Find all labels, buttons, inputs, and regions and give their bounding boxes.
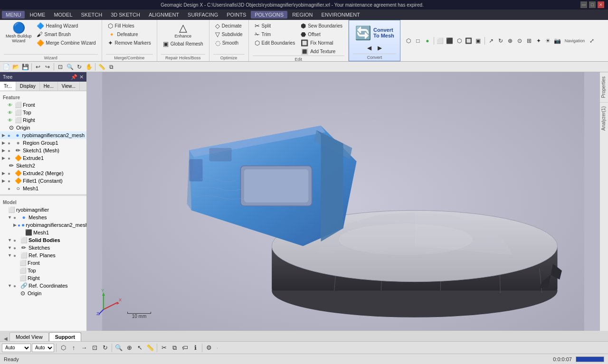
panel-pin-btn[interactable]: 📌 — [71, 74, 77, 80]
new-btn[interactable]: 📄 — [2, 63, 10, 71]
right-panel-tab-analyzer[interactable]: Analyzer(1) — [600, 102, 608, 134]
healing-wizard-btn[interactable]: 🔷 Healing Wizard — [35, 22, 98, 30]
tree-item-ref-coords[interactable]: ▼ ● 🔗 Ref. Coordinates — [0, 282, 86, 289]
view-top-btn[interactable]: ⊡ — [90, 343, 99, 353]
tree-item-region-group[interactable]: ▶ ● ● Region Group1 — [0, 139, 86, 147]
menu-item-environment[interactable]: ENVIRONMENT — [318, 11, 364, 19]
smooth-btn[interactable]: ◌ Smooth — [213, 39, 245, 47]
menu-item-menu[interactable]: MENU — [2, 11, 25, 19]
tree-item-scan-mesh[interactable]: ▶ ● ● ryobimagnifierscan2_mesh — [0, 131, 86, 139]
view-side-btn[interactable]: → — [79, 343, 89, 353]
tree-item-right-feature[interactable]: 👁 ⬜ Right — [0, 116, 86, 124]
nav4-btn[interactable]: ⊙ — [515, 37, 524, 45]
box-select-btn[interactable]: □ — [414, 37, 422, 45]
viewport[interactable]: X Y Z 10 mm — [87, 72, 599, 331]
split-btn[interactable]: ✂Split — [253, 22, 297, 30]
defeature-btn[interactable]: 🔸 Defeature — [106, 30, 153, 38]
offset-btn[interactable]: ⬣Offset — [299, 30, 344, 38]
circle-btn[interactable]: ● — [423, 37, 432, 45]
bt-info-btn[interactable]: ℹ — [190, 343, 200, 353]
tree-item-sketch1[interactable]: ▶ ● ✏ Sketch1 (Mesh) — [0, 147, 86, 154]
add-texture-btn[interactable]: 🔳Add Texture — [299, 47, 344, 56]
tree-item-meshes[interactable]: ▼ ● ● Meshes — [0, 214, 86, 221]
smart-brush-btn[interactable]: 🖌 Smart Brush — [35, 30, 98, 38]
view-iso-btn[interactable]: ⬡ — [58, 343, 68, 353]
tree-item-mesh1-sub[interactable]: ⬛ Mesh1 — [0, 229, 86, 236]
menu-item-polygons[interactable]: POLYGONS — [251, 11, 287, 19]
trim-btn[interactable]: ✁Trim — [253, 30, 297, 38]
enhance-btn[interactable]: △ Enhance — [161, 22, 205, 39]
merge-combine-btn[interactable]: 🔶 Merge Combine Wizard — [35, 39, 98, 47]
nav6-btn[interactable]: ✦ — [534, 37, 543, 45]
tree-item-origin-feature[interactable]: ⊙ Origin — [0, 124, 86, 131]
redo-btn[interactable]: ↪ — [43, 63, 52, 71]
bt-section-btn[interactable]: ⧉ — [170, 343, 179, 353]
tree-item-sketch2[interactable]: ✏ Sketch2 — [0, 162, 86, 169]
menu-item-surfacing[interactable]: SURFACING — [184, 11, 222, 19]
zoom-in-btn[interactable]: 🔍 — [66, 63, 74, 71]
menu-item-3dsketch[interactable]: 3D SKETCH — [107, 11, 144, 19]
mesh-buildup-wizard-btn[interactable]: 🔵 Mesh BuildupWizard — [4, 22, 34, 47]
tree-item-sketches[interactable]: ▼ ● ✏ Sketches — [0, 244, 86, 252]
global-remesh-btn[interactable]: ▣ Global Remesh — [161, 40, 205, 48]
save-btn[interactable]: 💾 — [21, 63, 29, 71]
bt-label-btn[interactable]: 🏷 — [180, 343, 190, 353]
fix-normal-btn[interactable]: 🔲Fix Normal — [299, 39, 344, 47]
nav5-btn[interactable]: ⊞ — [525, 37, 533, 45]
tree-item-extrude1[interactable]: ▶ ● 🔶 Extrude1 — [0, 154, 86, 162]
open-btn[interactable]: 📂 — [11, 63, 20, 71]
close-btn[interactable]: ✕ — [598, 1, 604, 8]
fill-holes-btn[interactable]: ⬡ Fill Holes — [106, 22, 153, 30]
tree-item-top-feature[interactable]: 👁 ⬜ Top — [0, 109, 86, 116]
decimate-btn[interactable]: ◇ Decimate — [213, 22, 245, 30]
menu-item-points[interactable]: POINTS — [223, 11, 250, 19]
measure-btn[interactable]: 📏 — [97, 63, 106, 71]
view-rotate-btn[interactable]: ↻ — [100, 343, 110, 353]
bt-settings-btn[interactable]: ⚙ — [204, 343, 214, 353]
edit-boundaries-btn[interactable]: ⬡Edit Boundaries — [253, 39, 297, 47]
minimize-btn[interactable]: — — [580, 1, 587, 8]
tree-item-top-ref[interactable]: ⬜ Top — [0, 267, 86, 274]
tree-item-ref-planes[interactable]: ▼ ● ⬜ Ref. Planes — [0, 252, 86, 259]
remove-markers-btn[interactable]: ✦ Remove Markers — [106, 39, 153, 47]
view3-btn[interactable]: ⬡ — [455, 37, 464, 45]
tree-item-fillet1[interactable]: ▶ ● 🔶 Fillet1 (Constant) — [0, 177, 86, 185]
light-btn[interactable]: ☀ — [544, 37, 552, 45]
menu-item-sketch[interactable]: SKETCH — [77, 11, 106, 19]
panel-tab-he[interactable]: He... — [40, 82, 58, 91]
bt-measure-btn[interactable]: 📏 — [145, 343, 155, 353]
menu-item-alignment[interactable]: ALIGNMENT — [145, 11, 183, 19]
tree-item-model-root[interactable]: ⬜ ryobimagnifier — [0, 206, 86, 214]
fullscreen-btn[interactable]: ⤢ — [588, 37, 596, 45]
maximize-btn[interactable]: □ — [589, 1, 596, 8]
bottom-tab-arrow-left[interactable]: ◀ — [2, 336, 10, 341]
subdivide-btn[interactable]: ▽ Subdivide — [213, 30, 245, 38]
tree-item-extrude2[interactable]: ▶ ● 🔶 Extrude2 (Merge) — [0, 169, 86, 177]
view1-btn[interactable]: ⬜ — [436, 37, 445, 45]
bt-zoom-btn[interactable]: 🔍 — [114, 343, 124, 353]
undo-btn[interactable]: ↩ — [34, 63, 42, 71]
convert-nav-next-btn[interactable]: ▶ — [375, 44, 384, 52]
tree-item-origin-ref[interactable]: ⊙ Origin — [0, 289, 86, 297]
section-btn[interactable]: ⧉ — [107, 63, 115, 71]
bottom-tab-model-view[interactable]: Model View — [10, 332, 49, 341]
quality-select[interactable]: Auto High Low — [32, 344, 54, 352]
zoom-fit-btn[interactable]: ⊡ — [56, 63, 65, 71]
tree-item-front-feature[interactable]: 👁 ⬜ Front — [0, 101, 86, 109]
view2-btn[interactable]: ⬛ — [446, 37, 454, 45]
panel-tab-view[interactable]: View... — [58, 82, 80, 91]
tree-item-mesh1[interactable]: ● ○ Mesh1 — [0, 185, 86, 192]
render-mode-select[interactable]: Auto Custom — [2, 344, 31, 352]
camera-btn[interactable]: 📷 — [553, 37, 562, 45]
nav2-btn[interactable]: ↻ — [496, 37, 505, 45]
convert-nav-prev-btn[interactable]: ◀ — [365, 44, 373, 52]
pan-btn[interactable]: ✋ — [85, 63, 93, 71]
select-tool-btn[interactable]: ⬡ — [404, 37, 413, 45]
nav1-btn[interactable]: ↗ — [487, 37, 495, 45]
bt-select-btn[interactable]: ↖ — [135, 343, 144, 353]
panel-tab-display[interactable]: Display — [16, 82, 40, 91]
tree-item-right-ref[interactable]: ⬜ Right — [0, 274, 86, 282]
view-front-btn[interactable]: ↑ — [69, 343, 78, 353]
bt-fit-btn[interactable]: ⊕ — [124, 343, 134, 353]
sew-boundaries-btn[interactable]: ⬢Sew Boundaries — [299, 22, 344, 30]
